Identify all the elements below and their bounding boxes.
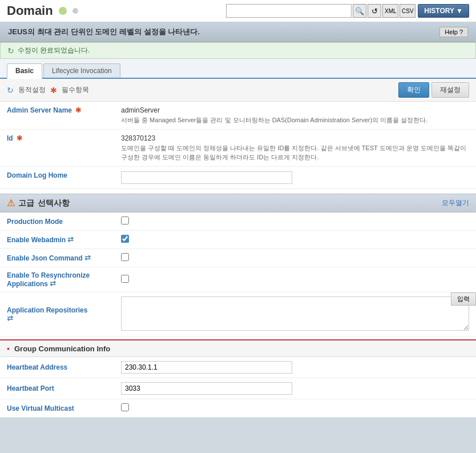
- app-repos-textarea[interactable]: [121, 296, 469, 331]
- dynamic-label: 동적설정: [18, 85, 46, 95]
- heartbeat-address-label: Heartbeat Address: [0, 357, 114, 378]
- required-label: 필수항목: [62, 85, 89, 95]
- dynamic-icon: ↻: [7, 86, 14, 95]
- enable-webadmin-label: Enable Webadmin ⇄: [0, 231, 114, 249]
- toolbar-right: 확인 재설정: [398, 82, 469, 98]
- id-asterisk: ✱: [17, 134, 22, 142]
- resync-sync-icon: ⇄: [50, 279, 56, 288]
- enable-json-checkbox[interactable]: [121, 253, 129, 261]
- use-virtual-multicast-row: Use Virtual Multicast: [0, 399, 476, 418]
- admin-server-asterisk: ✱: [75, 106, 81, 114]
- search-button[interactable]: 🔍: [353, 4, 366, 18]
- help-label: Help: [445, 29, 458, 35]
- tab-basic[interactable]: Basic: [7, 63, 42, 79]
- required-icon: ✱: [50, 86, 57, 95]
- admin-server-name-desc: 서버들 중 Managed Server들을 관리 및 모니터링하는 DAS(D…: [121, 116, 469, 125]
- heartbeat-port-label: Heartbeat Port: [0, 378, 114, 399]
- history-label: HISTORY ▼: [424, 7, 463, 15]
- success-icon: ↻: [7, 46, 14, 55]
- heartbeat-address-row: Heartbeat Address: [0, 357, 476, 378]
- group-comm-form: Heartbeat Address Heartbeat Port Use Vir…: [0, 357, 476, 418]
- heartbeat-address-input[interactable]: [121, 361, 292, 374]
- production-mode-value: [114, 213, 476, 231]
- top-bar-left: Domain: [7, 3, 78, 18]
- banner-text: JEUS의 최대 관리 단위인 도메인 레벨의 설정을 나타낸다.: [8, 27, 200, 37]
- enable-resync-label: Enable To Resynchronize Applications ⇄: [0, 267, 114, 292]
- admin-server-name-value: adminServer: [121, 106, 469, 114]
- page-title: Domain: [7, 3, 53, 18]
- enable-webadmin-value: [114, 231, 476, 249]
- json-sync-icon: ⇄: [84, 254, 91, 262]
- domain-log-home-row: Domain Log Home: [0, 167, 476, 189]
- use-virtual-multicast-checkbox[interactable]: [121, 403, 129, 411]
- export-xml-button[interactable]: XML: [382, 4, 398, 18]
- domain-log-home-input[interactable]: [121, 171, 292, 184]
- app-repos-input-btn[interactable]: 입력: [451, 292, 476, 306]
- admin-server-name-row: Admin Server Name ✱ adminServer 서버들 중 Ma…: [0, 102, 476, 130]
- production-mode-checkbox[interactable]: [121, 217, 129, 225]
- refresh-button[interactable]: ↺: [368, 4, 381, 18]
- app-repos-value: 입력: [114, 292, 476, 337]
- group-comm-section-header: ▪ Group Communication Info: [0, 339, 476, 357]
- enable-json-value: [114, 249, 476, 267]
- main-content: Basic Lifecycle Invocation ↻ 동적설정 ✱ 필수항목…: [0, 59, 476, 418]
- advanced-form: Production Mode Enable Webadmin ⇄ Enable…: [0, 213, 476, 337]
- help-button[interactable]: Help ?: [439, 27, 468, 37]
- advanced-section-header: ⚠ 고급 선택사항 모두열기: [0, 194, 476, 213]
- advanced-title: ⚠ 고급 선택사항: [7, 198, 70, 209]
- id-value-cell: 328370123 도메인을 구성할 때 도메인의 정체성을 나타내는 유일한 …: [114, 130, 476, 167]
- tab-lifecycle[interactable]: Lifecycle Invocation: [43, 63, 120, 78]
- app-repos-sync-icon: ⇄: [7, 314, 13, 323]
- enable-webadmin-row: Enable Webadmin ⇄: [0, 231, 476, 249]
- id-desc: 도메인을 구성할 때 도메인의 정체성을 나타내는 유일한 ID를 지정한다. …: [121, 144, 469, 162]
- reset-button[interactable]: 재설정: [431, 82, 469, 98]
- main-form: Admin Server Name ✱ adminServer 서버들 중 Ma…: [0, 102, 476, 189]
- status-dot-green: [59, 7, 67, 15]
- tabs-bar: Basic Lifecycle Invocation: [0, 59, 476, 79]
- app-repos-label: Application Repositories ⇄: [0, 292, 114, 337]
- id-row: Id ✱ 328370123 도메인을 구성할 때 도메인의 정체성을 나타내는…: [0, 130, 476, 167]
- enable-resync-checkbox[interactable]: [121, 275, 129, 283]
- use-virtual-multicast-label: Use Virtual Multicast: [0, 399, 114, 418]
- heartbeat-port-input[interactable]: [121, 382, 292, 395]
- heartbeat-address-value-cell: [114, 357, 476, 378]
- status-dot-gray: [72, 8, 78, 14]
- search-bar: 🔍 ↺ XML CSV: [226, 4, 416, 18]
- heartbeat-port-row: Heartbeat Port: [0, 378, 476, 399]
- id-label: Id ✱: [0, 130, 114, 167]
- enable-json-row: Enable Json Command ⇄: [0, 249, 476, 267]
- export-csv-button[interactable]: CSV: [400, 4, 416, 18]
- production-mode-label: Production Mode: [0, 213, 114, 231]
- enable-webadmin-checkbox[interactable]: [121, 235, 129, 243]
- top-bar: Domain 🔍 ↺ XML CSV HISTORY ▼: [0, 0, 476, 22]
- expand-all-link[interactable]: 모두열기: [442, 198, 469, 208]
- group-icon: ▪: [7, 344, 10, 353]
- domain-log-home-label: Domain Log Home: [0, 167, 114, 189]
- enable-resync-row: Enable To Resynchronize Applications ⇄: [0, 267, 476, 292]
- app-repos-row: Application Repositories ⇄ 입력: [0, 292, 476, 337]
- banner: JEUS의 최대 관리 단위인 도메인 레벨의 설정을 나타낸다. Help ?: [0, 22, 476, 42]
- advanced-prefix: 고급: [18, 198, 34, 209]
- admin-server-name-value-cell: adminServer 서버들 중 Managed Server들을 관리 및 …: [114, 102, 476, 130]
- warning-icon: ⚠: [7, 198, 15, 209]
- top-bar-right: 🔍 ↺ XML CSV HISTORY ▼: [226, 4, 469, 18]
- success-message: 수정이 완료되었습니다.: [18, 46, 90, 55]
- enable-resync-value: [114, 267, 476, 292]
- webadmin-sync-icon: ⇄: [67, 235, 74, 244]
- group-comm-title: Group Communication Info: [14, 344, 110, 353]
- heartbeat-port-value-cell: [114, 378, 476, 399]
- history-button[interactable]: HISTORY ▼: [418, 4, 469, 18]
- domain-log-home-value-cell: [114, 167, 476, 189]
- search-input[interactable]: [226, 4, 352, 18]
- help-icon: ?: [459, 29, 463, 35]
- toolbar-left: ↻ 동적설정 ✱ 필수항목: [7, 85, 89, 95]
- success-bar: ↻ 수정이 완료되었습니다.: [0, 42, 476, 59]
- confirm-button[interactable]: 확인: [398, 82, 429, 98]
- use-virtual-multicast-value: [114, 399, 476, 418]
- advanced-title-text: 선택사항: [38, 198, 70, 209]
- production-mode-row: Production Mode: [0, 213, 476, 231]
- enable-json-label: Enable Json Command ⇄: [0, 249, 114, 267]
- admin-server-name-label: Admin Server Name ✱: [0, 102, 114, 130]
- toolbar: ↻ 동적설정 ✱ 필수항목 확인 재설정: [0, 79, 476, 102]
- id-value: 328370123: [121, 134, 469, 142]
